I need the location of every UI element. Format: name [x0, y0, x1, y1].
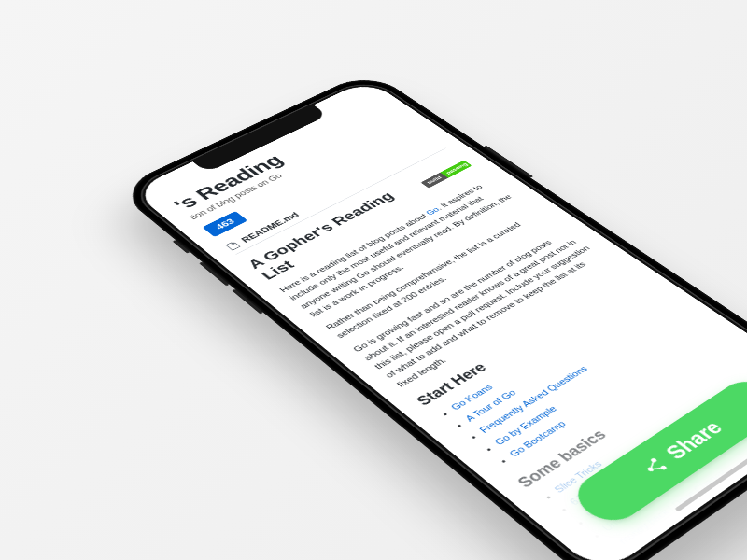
- build-badge[interactable]: build passing: [421, 161, 472, 189]
- stars-badge[interactable]: 463: [203, 211, 247, 237]
- share-icon: [638, 455, 670, 479]
- phone-screen: 's Reading tion of blog posts on Go 463 …: [132, 79, 747, 560]
- phone-mockup: 's Reading tion of blog posts on Go 463 …: [115, 71, 747, 560]
- file-icon: [224, 240, 242, 251]
- build-badge-status: passing: [440, 161, 472, 178]
